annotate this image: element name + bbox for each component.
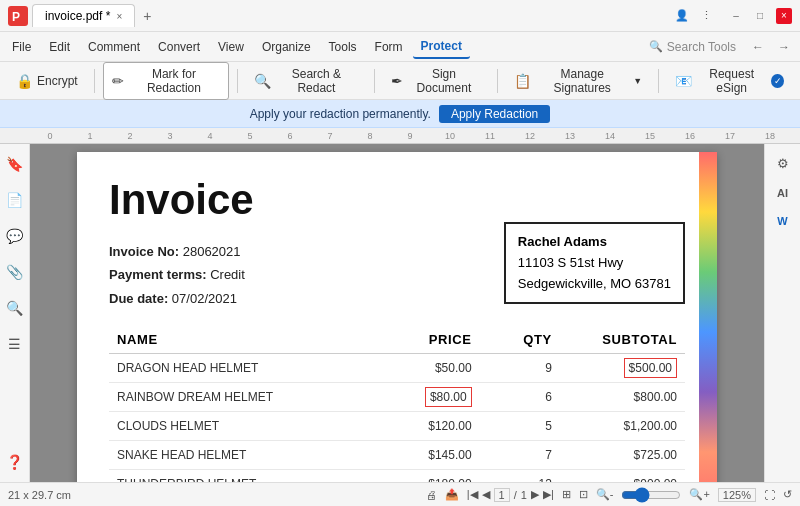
row5-subtotal: $900.00 <box>560 470 685 482</box>
row3-name: CLOUDS HELMET <box>109 412 389 441</box>
ruler-18: 18 <box>750 131 790 141</box>
right-sidebar: ⚙ AI W <box>764 144 800 482</box>
forward-button[interactable]: → <box>772 38 796 56</box>
menu-edit[interactable]: Edit <box>41 36 78 58</box>
sidebar-comment-icon[interactable]: 💬 <box>2 224 27 248</box>
col-subtotal: SUBTOTAL <box>560 326 685 354</box>
row2-name: RAINBOW DREAM HELMET <box>109 383 389 412</box>
right-settings-icon[interactable]: ⚙ <box>773 152 793 175</box>
ruler-10: 10 <box>430 131 470 141</box>
mark-redaction-button[interactable]: ✏ Mark for Redaction <box>103 62 230 100</box>
fullscreen-button[interactable]: ⛶ <box>764 489 775 501</box>
current-page[interactable]: 1 <box>494 488 510 502</box>
toolbar: 🔒 Encrypt ✏ Mark for Redaction 🔍 Search … <box>0 62 800 100</box>
right-ai-icon[interactable]: AI <box>773 183 792 203</box>
row5-qty: 13 <box>480 470 560 482</box>
sidebar-page-icon[interactable]: 📄 <box>2 188 27 212</box>
encrypt-icon: 🔒 <box>16 73 33 89</box>
request-esign-button[interactable]: 📧 Request eSign ✓ <box>667 63 792 99</box>
status-bar: 21 x 29.7 cm 🖨 📤 |◀ ◀ 1 / 1 ▶ ▶| ⊞ ⊡ 🔍- … <box>0 482 800 506</box>
encrypt-button[interactable]: 🔒 Encrypt <box>8 69 86 93</box>
mark-redaction-label: Mark for Redaction <box>128 67 221 95</box>
status-right-controls: 🖨 📤 |◀ ◀ 1 / 1 ▶ ▶| ⊞ ⊡ 🔍- 🔍+ 125% ⛶ ↺ <box>426 487 792 503</box>
sidebar-layers-icon[interactable]: ☰ <box>4 332 25 356</box>
profile-icon[interactable]: 👤 <box>675 9 689 22</box>
manage-sig-dropdown-icon[interactable]: ▼ <box>633 76 642 86</box>
payment-value: Credit <box>210 267 245 282</box>
zoom-level[interactable]: 125% <box>718 488 756 502</box>
close-button[interactable]: × <box>776 8 792 24</box>
address-line1: 11103 S 51st Hwy <box>518 253 671 274</box>
row2-price-highlighted: $80.00 <box>425 387 472 407</box>
zoom-slider[interactable] <box>621 487 681 503</box>
sidebar-bookmark-icon[interactable]: 🔖 <box>2 152 27 176</box>
menu-view[interactable]: View <box>210 36 252 58</box>
ruler-13: 13 <box>550 131 590 141</box>
sidebar-search-icon[interactable]: 🔍 <box>2 296 27 320</box>
menu-file[interactable]: File <box>4 36 39 58</box>
menu-form[interactable]: Form <box>367 36 411 58</box>
scan-icon[interactable]: 📤 <box>445 488 459 501</box>
tab-close-button[interactable]: × <box>116 11 122 22</box>
first-page-button[interactable]: |◀ <box>467 488 478 501</box>
separator-4 <box>497 69 498 93</box>
row5-price: $180.00 <box>389 470 480 482</box>
minimize-button[interactable]: – <box>728 8 744 24</box>
page-icons[interactable]: ⊞ <box>562 488 571 501</box>
due-label: Due date: <box>109 291 168 306</box>
table-row: DRAGON HEAD HELMET $50.00 9 $500.00 <box>109 354 685 383</box>
pdf-area[interactable]: Invoice Invoice No: 28062021 Payment ter… <box>30 144 764 482</box>
row1-price: $50.00 <box>389 354 480 383</box>
menu-tools[interactable]: Tools <box>321 36 365 58</box>
invoice-no-value: 28062021 <box>183 244 241 259</box>
table-row: SNAKE HEAD HELMET $145.00 7 $725.00 <box>109 441 685 470</box>
sign-doc-button[interactable]: ✒ Sign Document <box>383 63 490 99</box>
fit-icon[interactable]: ⊡ <box>579 488 588 501</box>
ruler-14: 14 <box>590 131 630 141</box>
svg-text:P: P <box>12 10 20 24</box>
search-tools-label[interactable]: Search Tools <box>667 40 736 54</box>
search-redact-icon: 🔍 <box>254 73 271 89</box>
ruler-16: 16 <box>670 131 710 141</box>
zoom-in-button[interactable]: 🔍+ <box>689 488 709 501</box>
separator-3 <box>374 69 375 93</box>
row3-subtotal: $1,200.00 <box>560 412 685 441</box>
search-redact-button[interactable]: 🔍 Search & Redact <box>246 63 365 99</box>
tab-label: invoice.pdf * <box>45 9 110 23</box>
menu-organize[interactable]: Organize <box>254 36 319 58</box>
ruler-15: 15 <box>630 131 670 141</box>
esign-badge: ✓ <box>771 74 784 88</box>
active-tab[interactable]: invoice.pdf * × <box>32 4 135 27</box>
prev-page-button[interactable]: ◀ <box>482 488 490 501</box>
app-icon: P <box>8 6 28 26</box>
ruler-9: 9 <box>390 131 430 141</box>
payment-label: Payment terms: <box>109 267 207 282</box>
print-icon[interactable]: 🖨 <box>426 489 437 501</box>
refresh-button[interactable]: ↺ <box>783 488 792 501</box>
mark-redaction-icon: ✏ <box>112 73 124 89</box>
table-row: THUNDERBIRD HELMET $180.00 13 $900.00 <box>109 470 685 482</box>
maximize-button[interactable]: □ <box>752 8 768 24</box>
manage-sig-icon: 📋 <box>514 73 531 89</box>
right-office-icon[interactable]: W <box>773 211 791 231</box>
menu-convert[interactable]: Convert <box>150 36 208 58</box>
back-button[interactable]: ← <box>746 38 770 56</box>
sidebar-help-icon[interactable]: ❓ <box>2 450 27 474</box>
more-icon[interactable]: ⋮ <box>701 9 712 22</box>
menu-protect[interactable]: Protect <box>413 35 470 59</box>
new-tab-button[interactable]: + <box>135 4 159 28</box>
ruler-0: 0 <box>30 131 70 141</box>
next-page-button[interactable]: ▶ <box>531 488 539 501</box>
row3-qty: 5 <box>480 412 560 441</box>
sign-doc-label: Sign Document <box>407 67 482 95</box>
zoom-out-button[interactable]: 🔍- <box>596 488 614 501</box>
ruler-8: 8 <box>350 131 390 141</box>
sidebar-attachment-icon[interactable]: 📎 <box>2 260 27 284</box>
page-sep: / <box>514 489 517 501</box>
apply-redaction-button[interactable]: Apply Redaction <box>439 105 550 123</box>
menu-comment[interactable]: Comment <box>80 36 148 58</box>
separator-1 <box>94 69 95 93</box>
manage-sig-button[interactable]: 📋 Manage Signatures ▼ <box>506 63 650 99</box>
window-controls: 👤 ⋮ – □ × <box>675 8 792 24</box>
last-page-button[interactable]: ▶| <box>543 488 554 501</box>
